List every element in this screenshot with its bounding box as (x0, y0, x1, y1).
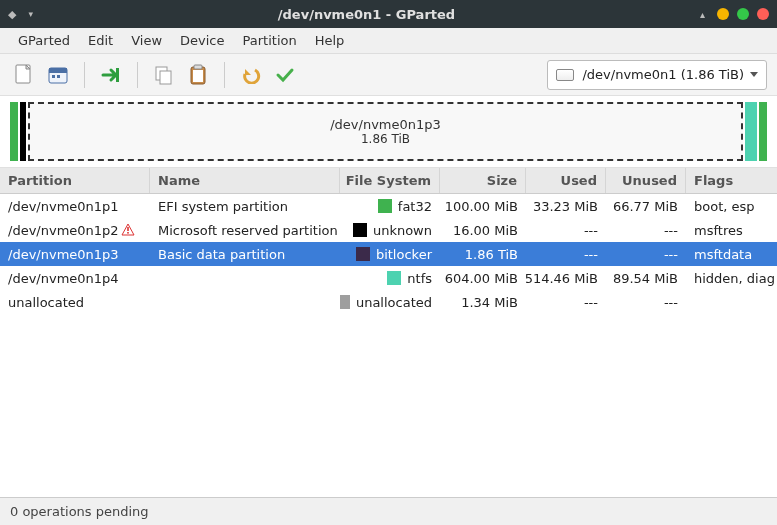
cell-used: 514.46 MiB (526, 267, 606, 290)
cell-unused: 66.77 MiB (606, 195, 686, 218)
cell-unused: --- (606, 219, 686, 242)
cell-flags: msftres (686, 219, 777, 242)
titlebar: ◆ ▾ /dev/nvme0n1 - GParted ▴ (0, 0, 777, 28)
table-row[interactable]: unallocatedunallocated1.34 MiB------ (0, 290, 777, 314)
chevron-down-icon (750, 72, 758, 77)
table-row[interactable]: /dev/nvme0n1p2Microsoft reserved partiti… (0, 218, 777, 242)
partition-table-header: Partition Name File System Size Used Unu… (0, 168, 777, 194)
fs-label: ntfs (407, 271, 432, 286)
header-unused[interactable]: Unused (606, 168, 686, 193)
cell-size: 100.00 MiB (440, 195, 526, 218)
toolbar: /dev/nvme0n1 (1.86 TiB) (0, 54, 777, 96)
cell-name (150, 274, 340, 282)
statusbar: 0 operations pending (0, 497, 777, 525)
graph-main-size: 1.86 TiB (361, 132, 410, 146)
cell-used: 33.23 MiB (526, 195, 606, 218)
delete-partition-button[interactable] (44, 61, 72, 89)
partition-path-label: /dev/nvme0n1p1 (8, 199, 119, 214)
fs-label: fat32 (398, 199, 432, 214)
partition-path-label: /dev/nvme0n1p2 (8, 223, 119, 238)
maximize-button[interactable] (737, 8, 749, 20)
cell-size: 604.00 MiB (440, 267, 526, 290)
menu-view[interactable]: View (123, 30, 170, 51)
fs-color-swatch (340, 295, 350, 309)
svg-rect-12 (127, 232, 129, 234)
cell-name: Basic data partition (150, 243, 340, 266)
cell-filesystem: fat32 (340, 195, 440, 218)
fs-color-swatch (387, 271, 401, 285)
cell-flags: hidden, diag (686, 267, 777, 290)
svg-rect-10 (193, 70, 203, 82)
cell-partition: /dev/nvme0n1p2 (0, 219, 150, 242)
clipboard-icon (189, 64, 207, 86)
minimize-button[interactable] (717, 8, 729, 20)
paste-button[interactable] (184, 61, 212, 89)
check-icon (275, 66, 295, 84)
undo-icon (241, 66, 261, 84)
cell-name: EFI system partition (150, 195, 340, 218)
menubar: GParted Edit View Device Partition Help (0, 28, 777, 54)
new-partition-button[interactable] (10, 61, 38, 89)
header-used[interactable]: Used (526, 168, 606, 193)
cell-unused: --- (606, 291, 686, 314)
graph-slice-p1[interactable] (10, 102, 18, 161)
cell-partition: unallocated (0, 291, 150, 314)
menu-gparted[interactable]: GParted (10, 30, 78, 51)
cell-filesystem: ntfs (340, 267, 440, 290)
svg-rect-4 (57, 75, 60, 78)
cell-used: --- (526, 291, 606, 314)
menu-edit[interactable]: Edit (80, 30, 121, 51)
cell-partition: /dev/nvme0n1p1 (0, 195, 150, 218)
graph-slice-tail[interactable] (759, 102, 767, 161)
keep-above-icon[interactable]: ▴ (700, 9, 705, 20)
app-menu-icon[interactable]: ◆ (8, 8, 16, 21)
header-name[interactable]: Name (150, 168, 340, 193)
device-selector[interactable]: /dev/nvme0n1 (1.86 TiB) (547, 60, 767, 90)
graph-main-device: /dev/nvme0n1p3 (330, 117, 441, 132)
graph-slice-p3[interactable]: /dev/nvme0n1p3 1.86 TiB (28, 102, 743, 161)
cell-flags: boot, esp (686, 195, 777, 218)
window-title: /dev/nvme0n1 - GParted (33, 7, 700, 22)
cell-flags (686, 298, 777, 306)
fs-label: unknown (373, 223, 432, 238)
copy-button[interactable] (150, 61, 178, 89)
cell-unused: --- (606, 243, 686, 266)
fs-color-swatch (378, 199, 392, 213)
cell-filesystem: unknown (340, 219, 440, 242)
svg-rect-7 (160, 71, 171, 84)
disk-icon (556, 69, 574, 81)
table-row[interactable]: /dev/nvme0n1p1EFI system partitionfat321… (0, 194, 777, 218)
device-selector-label: /dev/nvme0n1 (1.86 TiB) (582, 67, 744, 82)
menu-device[interactable]: Device (172, 30, 232, 51)
cell-filesystem: bitlocker (340, 243, 440, 266)
warning-icon (121, 223, 135, 237)
resize-move-button[interactable] (97, 61, 125, 89)
fs-color-swatch (356, 247, 370, 261)
table-row[interactable]: /dev/nvme0n1p3Basic data partitionbitloc… (0, 242, 777, 266)
header-fs[interactable]: File System (340, 168, 440, 193)
close-button[interactable] (757, 8, 769, 20)
table-row[interactable]: /dev/nvme0n1p4ntfs604.00 MiB514.46 MiB89… (0, 266, 777, 290)
cell-flags: msftdata (686, 243, 777, 266)
menu-help[interactable]: Help (307, 30, 353, 51)
cell-size: 1.86 TiB (440, 243, 526, 266)
cell-name (150, 298, 340, 306)
cell-partition: /dev/nvme0n1p3 (0, 243, 150, 266)
svg-rect-5 (116, 68, 119, 82)
header-flags[interactable]: Flags (686, 168, 777, 193)
partition-graph[interactable]: /dev/nvme0n1p3 1.86 TiB (0, 96, 777, 168)
graph-slice-p2[interactable] (20, 102, 26, 161)
fs-label: bitlocker (376, 247, 432, 262)
header-size[interactable]: Size (440, 168, 526, 193)
undo-button[interactable] (237, 61, 265, 89)
svg-rect-9 (194, 65, 202, 69)
partition-table-body: /dev/nvme0n1p1EFI system partitionfat321… (0, 194, 777, 497)
menu-partition[interactable]: Partition (235, 30, 305, 51)
apply-button[interactable] (271, 61, 299, 89)
cell-unused: 89.54 MiB (606, 267, 686, 290)
toolbar-separator (137, 62, 138, 88)
graph-slice-p4[interactable] (745, 102, 757, 161)
header-partition[interactable]: Partition (0, 168, 150, 193)
fs-color-swatch (353, 223, 367, 237)
cell-size: 1.34 MiB (440, 291, 526, 314)
